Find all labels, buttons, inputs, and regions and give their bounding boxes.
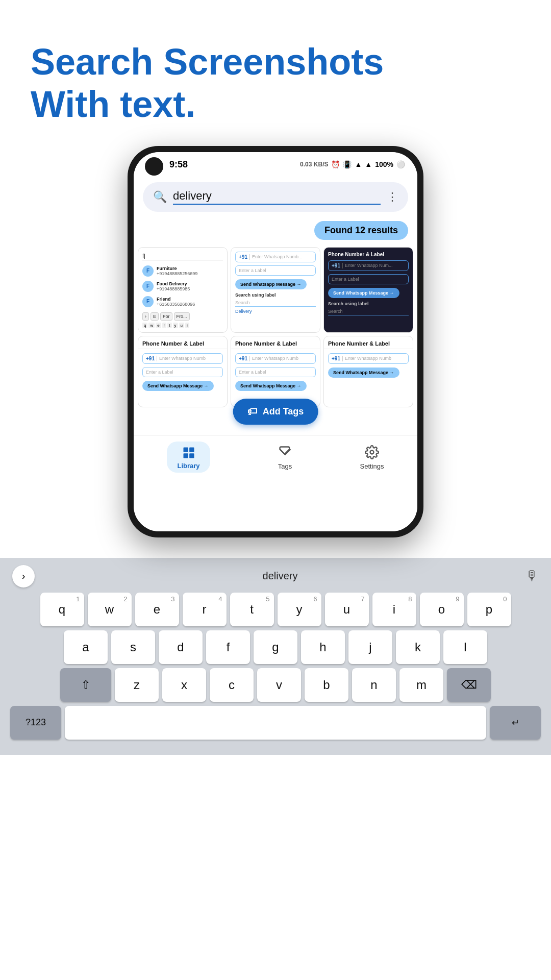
- key-f[interactable]: f: [206, 630, 250, 664]
- enter-key[interactable]: ↵: [490, 706, 541, 740]
- more-options-icon[interactable]: ⋮: [387, 190, 398, 204]
- settings-icon: [364, 444, 380, 460]
- nav-settings[interactable]: Settings: [360, 444, 384, 470]
- keyboard-row-2: a s d f g h j k l: [10, 630, 541, 664]
- card3-label-input: Enter a Label: [328, 274, 409, 284]
- key-k[interactable]: k: [396, 630, 440, 664]
- contact-avatar-f3: F: [142, 296, 154, 307]
- keyboard-row-1: 1q 2w 3e 4r 5t 6y 7u 8i 9o 0p: [10, 593, 541, 626]
- svg-rect-3: [189, 453, 194, 458]
- screenshot-card-3[interactable]: Phone Number & Label +91 Enter Whatsapp …: [323, 247, 413, 333]
- key-m[interactable]: m: [399, 668, 443, 702]
- contact-name-3: Friend: [157, 297, 195, 302]
- contact-avatar-f1: F: [142, 265, 154, 277]
- vibrate-icon: 📳: [343, 160, 352, 168]
- key-h[interactable]: h: [301, 630, 345, 664]
- add-tags-button[interactable]: 🏷 Add Tags: [233, 399, 318, 425]
- search-bar[interactable]: 🔍 delivery ⋮: [143, 182, 408, 212]
- bottom-nav: Library Tags: [134, 435, 417, 481]
- keyboard-row-3: ⇧ z x c v b n m ⌫: [10, 668, 541, 702]
- phone-body: 9:58 0.03 KB/S ⏰ 📳 ▲ ▲ 100% ⚪ 🔍 de: [128, 146, 423, 537]
- card3-phone-input: +91 Enter Whatsapp Num...: [328, 260, 409, 271]
- key-p[interactable]: 0p: [467, 593, 511, 626]
- card2-label-input: Enter a Label: [235, 265, 316, 276]
- card5-send-btn[interactable]: Send Whatsapp Message →: [235, 381, 307, 391]
- key-r[interactable]: 4r: [183, 593, 227, 626]
- shift-key[interactable]: ⇧: [60, 668, 111, 702]
- nav-tags[interactable]: Tags: [277, 444, 293, 470]
- key-o[interactable]: 9o: [420, 593, 464, 626]
- phone-screen: 9:58 0.03 KB/S ⏰ 📳 ▲ ▲ 100% ⚪ 🔍 de: [134, 152, 417, 531]
- key-j[interactable]: j: [348, 630, 392, 664]
- contact-food: F Food Delivery +919488885985: [142, 279, 223, 294]
- keyboard-arrow-button[interactable]: ›: [12, 565, 35, 587]
- key-q[interactable]: 1q: [40, 593, 84, 626]
- card3-search-input[interactable]: Search: [328, 308, 409, 315]
- contact-phone-2: +919488885985: [157, 286, 190, 291]
- key-b[interactable]: b: [305, 668, 348, 702]
- key-l[interactable]: l: [443, 630, 487, 664]
- key-c[interactable]: c: [210, 668, 254, 702]
- card3-send-button[interactable]: Send Whatsapp Message →: [328, 288, 399, 298]
- nav-library[interactable]: Library: [167, 442, 210, 473]
- screenshot-card-6[interactable]: Phone Number & Label +91 Enter Whatsapp …: [323, 336, 413, 407]
- key-g[interactable]: g: [254, 630, 297, 664]
- contact-name-2: Food Delivery: [157, 281, 190, 286]
- keyboard-row-4: ?123 ↵: [10, 706, 541, 740]
- keyboard-area: › delivery 🎙 1q 2w 3e 4r 5t 6y 7u 8i 9o …: [0, 558, 551, 755]
- card6-send-btn[interactable]: Send Whatsapp Message →: [328, 368, 399, 378]
- card4-phone-placeholder: Enter Whatsapp Numb: [159, 356, 206, 361]
- keyboard-mic-icon[interactable]: 🎙: [525, 568, 539, 584]
- nav-settings-label: Settings: [360, 462, 384, 470]
- key-y[interactable]: 6y: [278, 593, 321, 626]
- key-z[interactable]: z: [115, 668, 159, 702]
- battery-icon: ⚪: [396, 160, 405, 168]
- card1-qwerty: q w e r t y u i: [142, 323, 223, 328]
- contact-phone-1: +919488885256699: [157, 271, 197, 276]
- screenshot-card-4[interactable]: Phone Number & Label +91 Enter Whatsapp …: [138, 336, 228, 407]
- key-w[interactable]: 2w: [88, 593, 132, 626]
- key-a[interactable]: a: [64, 630, 108, 664]
- screenshot-card-2[interactable]: +91 Enter Whatsapp Numb... Enter a Label…: [231, 247, 320, 333]
- card2-search-input[interactable]: Search: [235, 299, 316, 307]
- key-chip-arrow: ›: [142, 312, 149, 321]
- key-e[interactable]: 3e: [135, 593, 179, 626]
- contact-avatar-f2: F: [142, 281, 154, 292]
- card4-title: Phone Number & Label: [138, 336, 227, 349]
- key-n[interactable]: n: [352, 668, 396, 702]
- card1-keyboard-row: › E For Fro...: [142, 312, 223, 321]
- key-s[interactable]: s: [111, 630, 155, 664]
- key-u[interactable]: 7u: [325, 593, 369, 626]
- card4-send-btn[interactable]: Send Whatsapp Message →: [142, 381, 214, 391]
- card3-country-code: +91: [332, 263, 343, 268]
- key-chip-for: For: [160, 312, 172, 321]
- keyboard-word-display: delivery: [263, 570, 298, 582]
- card5-title: Phone Number & Label: [231, 336, 320, 349]
- space-key[interactable]: [65, 706, 486, 740]
- card2-delivery-tag: Delivery: [235, 309, 316, 314]
- key-x[interactable]: x: [162, 668, 206, 702]
- backspace-key[interactable]: ⌫: [447, 668, 491, 702]
- keyboard-top-row: › delivery 🎙: [10, 565, 541, 587]
- data-speed: 0.03 KB/S: [300, 161, 328, 168]
- card2-send-button[interactable]: Send Whatsapp Message →: [235, 279, 307, 289]
- search-input[interactable]: delivery: [173, 189, 381, 205]
- key-d[interactable]: d: [159, 630, 203, 664]
- search-icon: 🔍: [153, 190, 167, 204]
- screenshot-card-1[interactable]: f| F Furniture +919488885256699 F Food D: [138, 247, 228, 333]
- card6-phone-placeholder: Enter Whatsapp Numb: [345, 356, 391, 361]
- symbols-key[interactable]: ?123: [10, 706, 61, 740]
- card5-label: Enter a Label: [235, 367, 316, 377]
- card5-phone-placeholder: Enter Whatsapp Numb: [252, 356, 298, 361]
- card4-phone-input: +91 Enter Whatsapp Numb: [142, 353, 223, 364]
- key-chip-e: E: [151, 312, 159, 321]
- card6-country-code: +91: [332, 356, 343, 361]
- app-content: 🔍 delivery ⋮ Found 12 results f| F: [134, 174, 417, 531]
- card2-search-label: Search using label: [235, 292, 316, 298]
- key-v[interactable]: v: [257, 668, 301, 702]
- card4-label: Enter a Label: [142, 367, 223, 377]
- key-t[interactable]: 5t: [230, 593, 274, 626]
- key-i[interactable]: 8i: [372, 593, 416, 626]
- card2-country-code: +91: [239, 254, 250, 260]
- screenshot-card-5[interactable]: Phone Number & Label +91 Enter Whatsapp …: [231, 336, 320, 407]
